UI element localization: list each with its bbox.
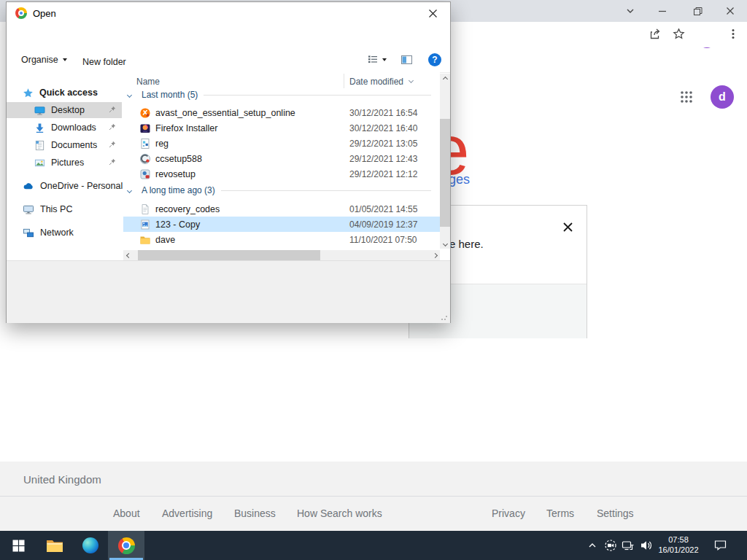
sidebar-item-desktop[interactable]: Desktop <box>7 102 122 118</box>
sidebar-item-network[interactable]: Network <box>7 225 122 241</box>
file-row[interactable]: reg 29/12/2021 13:05 <box>123 136 440 151</box>
view-dropdown-icon[interactable] <box>382 58 387 61</box>
tab-search-chevron-icon[interactable] <box>619 0 641 22</box>
avast-file-icon <box>139 107 151 119</box>
quick-access-star-icon <box>23 88 34 98</box>
pin-icon <box>109 141 116 148</box>
onedrive-cloud-icon <box>23 181 34 192</box>
dialog-command-bar: Organise New folder ? <box>7 49 450 73</box>
share-icon[interactable] <box>649 28 662 40</box>
scroll-right-icon[interactable] <box>430 250 440 260</box>
footer-link-advertising[interactable]: Advertising <box>162 508 212 519</box>
organise-button[interactable]: Organise <box>21 55 67 65</box>
clock-date: 16/01/2022 <box>651 545 705 555</box>
scroll-down-icon[interactable] <box>440 238 450 249</box>
scroll-up-icon[interactable] <box>440 74 450 84</box>
file-explorer-taskbar-icon[interactable] <box>38 531 71 560</box>
window-restore-button[interactable] <box>686 0 708 22</box>
documents-icon <box>34 140 45 151</box>
popup-close-icon[interactable] <box>560 219 576 235</box>
sidebar-item-quick-access[interactable]: Quick access <box>7 85 122 101</box>
footer-divider <box>0 496 747 497</box>
file-row-selected[interactable]: 123 - Copy 04/09/2019 12:37 <box>123 217 440 232</box>
text-file-icon <box>139 203 151 215</box>
file-row[interactable]: revosetup 29/12/2021 12:12 <box>123 166 440 182</box>
footer-link-how-search-works[interactable]: How Search works <box>297 508 382 519</box>
horizontal-scrollbar[interactable] <box>123 250 440 260</box>
footer-region-label: United Kingdom <box>23 473 101 486</box>
new-folder-button[interactable]: New folder <box>82 55 126 68</box>
list-view-button[interactable] <box>367 54 387 66</box>
window-minimize-button[interactable] <box>651 0 673 22</box>
image-file-icon <box>139 219 151 230</box>
folder-icon <box>139 234 151 246</box>
column-divider[interactable] <box>344 74 344 88</box>
group-collapse-chevron-icon[interactable] <box>127 187 132 192</box>
pictures-icon <box>34 158 45 168</box>
pin-icon <box>109 123 116 131</box>
action-center-icon[interactable] <box>713 539 727 552</box>
desktop-icon <box>34 105 45 116</box>
ccleaner-file-icon <box>139 153 151 165</box>
file-row[interactable]: ccsetup588 29/12/2021 12:43 <box>123 151 440 166</box>
group-header-long-time-ago[interactable]: A long time ago (3) <box>123 184 436 197</box>
pin-icon <box>109 158 116 166</box>
sidebar-item-pictures[interactable]: Pictures <box>7 155 122 171</box>
column-header-name[interactable]: Name <box>136 77 160 87</box>
sidebar-item-downloads[interactable]: Downloads <box>7 120 122 136</box>
tray-chevron-up-icon[interactable] <box>588 541 597 550</box>
bookmark-star-icon[interactable] <box>673 28 685 40</box>
dialog-sidebar: Quick access Desktop Downloads Docume <box>7 72 124 260</box>
footer-link-terms[interactable]: Terms <box>546 508 574 519</box>
sidebar-item-this-pc[interactable]: This PC <box>7 201 122 217</box>
this-pc-icon <box>23 204 34 215</box>
dialog-bottom-bar: File name: 123 - Copy All Files Open Can… <box>7 260 450 323</box>
resize-grip[interactable] <box>441 314 448 321</box>
clock-time: 07:58 <box>651 534 705 545</box>
vertical-scrollbar[interactable] <box>440 74 450 249</box>
group-collapse-chevron-icon[interactable] <box>127 92 132 97</box>
chrome-taskbar-icon[interactable] <box>109 531 143 560</box>
footer-link-privacy[interactable]: Privacy <box>492 508 525 519</box>
pin-icon <box>109 106 116 113</box>
google-profile-avatar[interactable]: d <box>711 85 734 109</box>
file-row[interactable]: recovery_codes 01/05/2021 14:55 <box>123 201 440 217</box>
network-icon <box>23 228 34 238</box>
help-icon[interactable]: ? <box>428 53 441 66</box>
sort-chevron-icon <box>409 72 413 85</box>
revo-file-icon <box>139 168 151 180</box>
images-link-fragment[interactable]: ges <box>449 172 470 187</box>
taskbar-clock[interactable]: 07:58 16/01/2022 <box>651 534 705 555</box>
scroll-left-icon[interactable] <box>123 250 133 260</box>
page-footer: United Kingdom About Advertising Busines… <box>0 462 747 531</box>
network-tray-icon[interactable] <box>622 539 635 552</box>
window-close-button[interactable] <box>719 0 741 22</box>
firefox-installer-file-icon <box>139 122 151 134</box>
start-button[interactable] <box>1 531 35 560</box>
taskbar: 07:58 16/01/2022 <box>0 531 747 560</box>
file-row[interactable]: avast_one_essential_setup_online 30/12/2… <box>123 105 440 120</box>
vertical-scrollbar-thumb[interactable] <box>440 119 450 227</box>
footer-link-business[interactable]: Business <box>234 508 276 519</box>
file-list: Name Date modified Last month (5) avast_… <box>123 72 440 250</box>
file-row[interactable]: Firefox Installer 30/12/2021 16:40 <box>123 120 440 136</box>
column-headers: Name Date modified <box>123 72 440 90</box>
footer-link-about[interactable]: About <box>113 508 140 519</box>
chrome-logo-icon <box>15 7 27 19</box>
column-header-date-modified[interactable]: Date modified <box>349 77 403 87</box>
horizontal-scrollbar-thumb[interactable] <box>138 250 320 260</box>
edge-taskbar-icon[interactable] <box>74 531 107 560</box>
google-apps-grid-icon[interactable] <box>680 90 693 104</box>
open-file-dialog: Open This PC Desktop <box>6 1 451 323</box>
browser-menu-kebab-icon[interactable] <box>727 28 739 40</box>
sidebar-item-onedrive[interactable]: OneDrive - Personal <box>7 178 122 194</box>
dialog-title-bar[interactable]: Open <box>7 2 450 24</box>
preview-pane-icon[interactable] <box>400 54 413 66</box>
file-row[interactable]: dave 11/10/2021 07:50 <box>123 232 440 247</box>
meet-now-icon[interactable] <box>604 539 617 552</box>
dialog-close-icon[interactable] <box>418 2 447 24</box>
group-header-last-month[interactable]: Last month (5) <box>123 88 436 101</box>
list-view-icon <box>367 54 379 66</box>
sidebar-item-documents[interactable]: Documents <box>7 137 122 153</box>
footer-link-settings[interactable]: Settings <box>597 508 634 519</box>
